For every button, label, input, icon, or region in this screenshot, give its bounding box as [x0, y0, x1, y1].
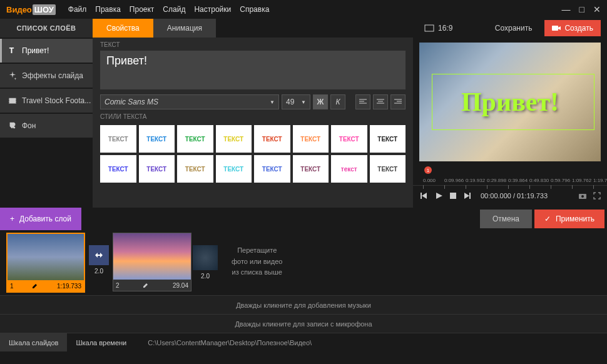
- layers-sidebar: СПИСОК СЛОЁВ T Привет! Эффекты слайда Tr…: [0, 19, 93, 208]
- svg-rect-19: [450, 193, 456, 199]
- transition-1[interactable]: 2.0: [89, 245, 109, 275]
- text-input[interactable]: Привет!: [100, 51, 406, 89]
- camera-icon: [552, 24, 561, 32]
- align-right-button[interactable]: [390, 94, 406, 109]
- text-style-swatch[interactable]: ТЕКСТ: [177, 155, 213, 183]
- font-size-value: 49: [286, 98, 294, 106]
- fullscreen-button[interactable]: [593, 192, 601, 200]
- text-style-swatch[interactable]: ТЕКСТ: [254, 125, 290, 153]
- text-style-swatch[interactable]: текст: [331, 155, 367, 183]
- text-style-swatch[interactable]: ТЕКСТ: [370, 155, 406, 183]
- svg-rect-6: [16, 100, 17, 101]
- cancel-button[interactable]: Отмена: [480, 210, 532, 228]
- check-icon: ✓: [544, 215, 551, 223]
- ruler-tick: 0:59.796: [551, 178, 570, 183]
- paint-icon: [8, 121, 17, 130]
- statusbar: Шкала слайдов Шкала времени C:\Users\Con…: [0, 333, 607, 351]
- layer-item-background[interactable]: Фон: [0, 114, 93, 138]
- preview-panel: 16:9 Сохранить Создать Привет! 1 0.0000:…: [413, 19, 607, 208]
- apply-button[interactable]: ✓ Применить: [534, 210, 604, 228]
- text-style-swatch[interactable]: ТЕКСТ: [177, 125, 213, 153]
- edit-icon[interactable]: [143, 282, 149, 288]
- create-label: Создать: [564, 24, 593, 33]
- text-style-swatch[interactable]: ТЕКСТ: [139, 125, 175, 153]
- svg-rect-4: [8, 102, 9, 103]
- ruler-tick: 0:49.830: [529, 178, 549, 183]
- slide-thumb-2[interactable]: 2 29.04: [113, 233, 191, 291]
- save-button[interactable]: Сохранить: [487, 20, 540, 36]
- svg-rect-17: [425, 25, 434, 31]
- svg-rect-7: [16, 102, 17, 103]
- layer-item-text[interactable]: T Привет!: [0, 39, 93, 63]
- menu-settings[interactable]: Настройки: [194, 5, 231, 14]
- add-layer-button[interactable]: + Добавить слой: [0, 208, 81, 230]
- next-button[interactable]: [463, 191, 472, 200]
- view-slides-tab[interactable]: Шкала слайдов: [0, 333, 67, 351]
- menu-help[interactable]: Справка: [240, 5, 269, 14]
- transition-icon: [193, 245, 218, 270]
- mic-track[interactable]: Дважды кликните для записи с микрофона: [0, 314, 607, 333]
- text-style-swatch[interactable]: ТЕКСТ: [216, 155, 252, 183]
- styles-section-label: СТИЛИ ТЕКСТА: [93, 109, 413, 123]
- maximize-icon[interactable]: □: [579, 4, 584, 14]
- transition-2[interactable]: 2.0: [195, 245, 215, 280]
- text-icon: T: [8, 46, 17, 55]
- create-button[interactable]: Создать: [544, 20, 601, 36]
- prev-button[interactable]: [419, 191, 428, 200]
- align-left-button[interactable]: [355, 94, 370, 109]
- transition-icon: [89, 245, 109, 265]
- chevron-down-icon: ▼: [301, 99, 306, 105]
- slide-thumb-1[interactable]: 1 1:19.733: [6, 233, 85, 293]
- italic-button[interactable]: К: [330, 94, 345, 109]
- minimize-icon[interactable]: —: [562, 4, 571, 14]
- ruler-tick: 0:39.864: [508, 178, 528, 183]
- close-icon[interactable]: ✕: [593, 4, 601, 14]
- text-style-swatch[interactable]: ТЕКСТ: [293, 155, 329, 183]
- stop-button[interactable]: [449, 192, 457, 200]
- menu-edit[interactable]: Правка: [95, 5, 121, 14]
- timeline-ruler[interactable]: 1 0.0000:09.9660:19.9320:29.8980:39.8640…: [419, 166, 601, 185]
- slide-info: 2 29.04: [113, 280, 191, 291]
- add-layer-label: Добавить слой: [19, 215, 71, 223]
- preview-canvas[interactable]: Привет!: [419, 43, 601, 161]
- properties-panel: Свойства Анимация ТЕКСТ Привет! Comic Sa…: [93, 19, 413, 208]
- align-center-button[interactable]: [373, 94, 388, 109]
- edit-icon[interactable]: [32, 283, 38, 289]
- ruler-tick: 0:09.966: [444, 178, 464, 183]
- text-style-swatch[interactable]: ТЕКСТ: [139, 155, 175, 183]
- titlebar: ВидеоШОУ Файл Правка Проект Слайд Настро…: [0, 0, 607, 19]
- ruler-tick: 1:09.762: [572, 178, 591, 183]
- font-family-select[interactable]: Comic Sans MS ▼: [100, 94, 279, 109]
- aspect-ratio-button[interactable]: 16:9: [424, 24, 452, 33]
- music-track[interactable]: Дважды кликните для добавления музыки: [0, 295, 607, 314]
- text-style-swatch[interactable]: ТЕКСТ: [100, 155, 136, 183]
- text-style-swatch[interactable]: ТЕКСТ: [293, 125, 329, 153]
- text-style-swatch[interactable]: ТЕКСТ: [216, 125, 252, 153]
- play-button[interactable]: [434, 191, 443, 200]
- text-style-swatch[interactable]: ТЕКСТ: [254, 155, 290, 183]
- plus-icon: +: [10, 215, 14, 223]
- text-style-swatch[interactable]: ТЕКСТ: [370, 125, 406, 153]
- font-size-select[interactable]: 49 ▼: [282, 94, 310, 109]
- layer-item-video[interactable]: Travel Stock Foota...: [0, 89, 93, 113]
- menu-slide[interactable]: Слайд: [163, 5, 185, 14]
- text-style-swatch[interactable]: ТЕКСТ: [331, 125, 367, 153]
- layer-label: Travel Stock Foota...: [22, 96, 91, 105]
- selection-box[interactable]: [432, 74, 594, 130]
- tab-animation[interactable]: Анимация: [153, 19, 216, 38]
- menu-file[interactable]: Файл: [68, 5, 87, 14]
- menu-project[interactable]: Проект: [130, 5, 155, 14]
- slides-timeline: 1 1:19.733 2.0 2 29.04 2.0 Перетащите фо…: [0, 230, 607, 295]
- timeline-marker[interactable]: 1: [424, 166, 432, 174]
- snapshot-button[interactable]: [578, 192, 587, 200]
- ruler-tick: 0.000: [423, 178, 436, 183]
- layer-item-effects[interactable]: Эффекты слайда: [0, 64, 93, 88]
- window-controls: — □ ✕: [562, 4, 601, 14]
- tab-properties[interactable]: Свойства: [93, 19, 153, 38]
- bold-button[interactable]: Ж: [313, 94, 328, 109]
- layer-label: Фон: [22, 121, 36, 130]
- apply-label: Применить: [556, 215, 594, 223]
- view-timeline-tab[interactable]: Шкала времени: [67, 333, 135, 351]
- text-style-swatch[interactable]: ТЕКСТ: [100, 125, 136, 153]
- svg-rect-1: [9, 98, 16, 104]
